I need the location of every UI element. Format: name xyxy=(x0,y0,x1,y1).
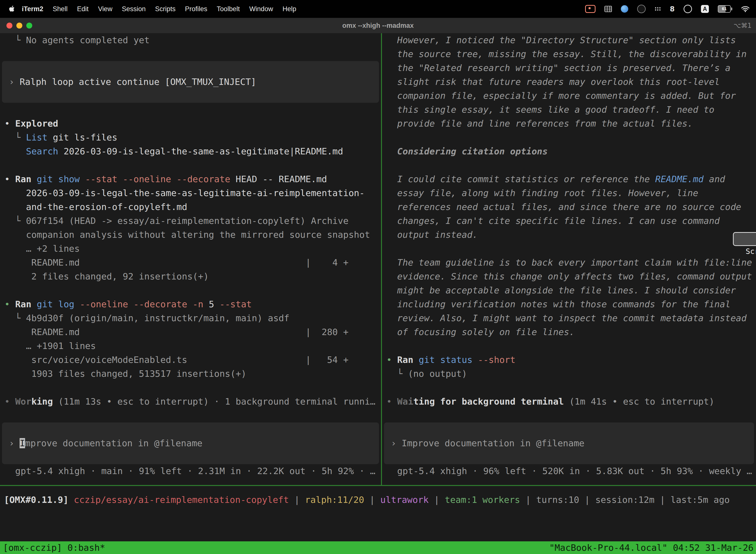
menu-item-view[interactable]: View xyxy=(93,5,117,13)
dots-grid-icon[interactable] xyxy=(654,6,661,12)
grid-icon[interactable] xyxy=(605,6,612,12)
terminal-line: … +2 lines xyxy=(0,242,381,256)
terminal-line: • Explored xyxy=(0,117,381,130)
terminal-line: • Ran git show --stat --oneline --decora… xyxy=(0,172,381,186)
terminal-line xyxy=(0,283,381,297)
terminal-line: › Ralph loop active continue [OMX_TMUX_I… xyxy=(2,75,379,89)
terminal-line: essay file, along with finding root file… xyxy=(382,186,756,200)
prompt-input-line: › Improve documentation in @filename xyxy=(2,436,379,450)
terminal-line: 2026-03-09-is-legal-the-same-as-legitima… xyxy=(0,186,381,200)
screen-share-overlay-label: Scre xyxy=(746,247,756,256)
terminal-line: └ (no output) xyxy=(382,367,756,381)
terminal-line: gpt-5.4 xhigh · main · 91% left · 2.31M … xyxy=(0,464,381,478)
terminal-line: Search 2026-03-09-is-legal-the-same-as-l… xyxy=(0,145,381,158)
menu-item-shell[interactable]: Shell xyxy=(48,5,72,13)
screen-recording-indicator-icon[interactable] xyxy=(585,5,595,13)
terminal-line: output instead. xyxy=(382,228,756,242)
prompt-input[interactable]: › Improve documentation in @filename xyxy=(2,423,379,464)
terminal-line: … +1901 lines xyxy=(0,339,381,353)
left-terminal-pane[interactable]: └ No agents completed yet› Ralph loop ac… xyxy=(0,33,381,485)
battery-icon[interactable]: 61 xyxy=(718,5,732,13)
terminal-line: • Waiting for background terminal (1m 41… xyxy=(382,395,756,408)
terminal-line: the "Related research writing" section i… xyxy=(382,61,756,75)
terminal-line: └ 4b9d30f (origin/main, instructkr/main,… xyxy=(0,311,381,325)
terminal-line: • Ran git log --oneline --decorate -n 5 … xyxy=(0,297,381,311)
terminal-line: including verification notes with those … xyxy=(382,297,756,311)
menu-item-window[interactable]: Window xyxy=(245,5,278,13)
terminal-line xyxy=(382,242,756,256)
prompt-input-line: › Improve documentation in @filename xyxy=(384,436,754,450)
terminal-line: I could cite commit statistics or refere… xyxy=(382,172,756,186)
omx-status-line: [OMX#0.11.9] cczip/essay/ai-reimplementa… xyxy=(0,493,756,507)
terminal-line: companion analysis without altering the … xyxy=(0,228,381,242)
menu-item-iterm2[interactable]: iTerm2 xyxy=(22,5,48,13)
terminal-line xyxy=(382,408,756,423)
terminal-line: 2 files changed, 92 insertions(+) xyxy=(0,270,381,283)
terminal-panes: └ No agents completed yet› Ralph loop ac… xyxy=(0,33,756,485)
terminal-line: changes, I can't cite specific file line… xyxy=(382,214,756,228)
menu-item-scripts[interactable]: Scripts xyxy=(150,5,180,13)
apple-menu[interactable] xyxy=(8,5,15,13)
battery-percent: 61 xyxy=(722,6,727,11)
right-terminal-pane[interactable]: However, I noticed the "Directory Struct… xyxy=(382,33,756,485)
window-title-bar: omx --xhigh --madmax ⌥⌘1 xyxy=(0,18,756,34)
terminal-line xyxy=(382,381,756,395)
terminal-line: └ 067f154 (HEAD -> essay/ai-reimplementa… xyxy=(0,214,381,228)
wifi-icon[interactable] xyxy=(741,5,750,12)
terminal-line: README.md | 280 + xyxy=(0,325,381,339)
terminal-line: companion file, especially if more comme… xyxy=(382,89,756,103)
screen-share-overlay: Scre xyxy=(733,232,756,246)
terminal-line: references need actual files, and since … xyxy=(382,200,756,214)
window-title: omx --xhigh --madmax xyxy=(0,22,756,30)
terminal-line: 1903 files changed, 513517 insertions(+) xyxy=(0,367,381,381)
terminal-line: might be acceptable alongside the file l… xyxy=(382,283,756,297)
terminal-line xyxy=(382,130,756,145)
terminal-line: of focusing solely on file lines. xyxy=(382,325,756,339)
terminal-line: and-the-erosion-of-copyleft.md xyxy=(0,200,381,214)
menu-bar-status-icons: 8 A 61 xyxy=(585,5,756,13)
menu-item-help[interactable]: Help xyxy=(278,5,301,13)
blue-app-icon[interactable] xyxy=(621,5,628,13)
prompt-input[interactable]: › Improve documentation in @filename xyxy=(384,423,754,464)
terminal-line: The team guideline is to back every impo… xyxy=(382,256,756,270)
terminal-line: └ No agents completed yet xyxy=(0,33,381,47)
terminal-line: • Working (11m 13s • esc to interrupt) ·… xyxy=(0,395,381,408)
terminal-line: this single essay, it seems like a good … xyxy=(382,103,756,117)
terminal-line: the source tree, missing the essay. Stil… xyxy=(382,47,756,61)
omx-status-pane: [OMX#0.11.9] cczip/essay/ai-reimplementa… xyxy=(0,486,756,541)
input-source-icon[interactable]: A xyxy=(701,5,709,13)
terminal-line: gpt-5.4 xhigh · 96% left · 520K in · 5.8… xyxy=(382,464,756,478)
circular-app-icon[interactable] xyxy=(684,5,692,13)
numeric-app-icon[interactable]: 8 xyxy=(670,5,675,13)
macos-menu-bar: iTerm2 ShellEditViewSessionScriptsProfil… xyxy=(0,0,756,18)
terminal-line: └ List git ls-files xyxy=(0,130,381,145)
tmux-host-clock: "MacBook-Pro-44.local" 04:52 31-Mar-26 xyxy=(549,543,756,553)
terminal-line: provide file and line references from th… xyxy=(382,117,756,130)
apple-icon xyxy=(8,5,15,13)
terminal-line xyxy=(0,47,381,61)
terminal-line: review. Also, I might want to inspect th… xyxy=(382,311,756,325)
terminal-line: evidence. Since this change only affects… xyxy=(382,270,756,283)
terminal-line: Considering citation options xyxy=(382,145,756,158)
terminal-line xyxy=(382,158,756,172)
terminal-line xyxy=(0,381,381,395)
menu-item-session[interactable]: Session xyxy=(117,5,150,13)
injected-prompt-banner: › Ralph loop active continue [OMX_TMUX_I… xyxy=(2,61,379,103)
menu-items: ShellEditViewSessionScriptsProfilesToolb… xyxy=(48,5,301,13)
window-shortcut-badge: ⌥⌘1 xyxy=(734,22,752,29)
terminal-line xyxy=(0,103,381,117)
terminal-line xyxy=(382,339,756,353)
terminal-line: README.md | 4 + xyxy=(0,256,381,270)
terminal-line: src/voice/voiceModeEnabled.ts | 54 + xyxy=(0,353,381,367)
terminal-line: However, I noticed the "Directory Struct… xyxy=(382,33,756,47)
terminal-line: slight risk that future readers may over… xyxy=(382,75,756,89)
menu-item-edit[interactable]: Edit xyxy=(72,5,93,13)
dark-app-icon[interactable] xyxy=(637,5,646,13)
menu-item-profiles[interactable]: Profiles xyxy=(180,5,212,13)
terminal-line: • Ran git status --short xyxy=(382,353,756,367)
terminal-line xyxy=(0,158,381,172)
menu-item-toolbelt[interactable]: Toolbelt xyxy=(212,5,245,13)
tmux-session-window[interactable]: [omx-cczip] 0:bash* xyxy=(0,543,105,553)
tmux-status-bar: [omx-cczip] 0:bash* "MacBook-Pro-44.loca… xyxy=(0,541,756,554)
terminal-line xyxy=(0,408,381,423)
